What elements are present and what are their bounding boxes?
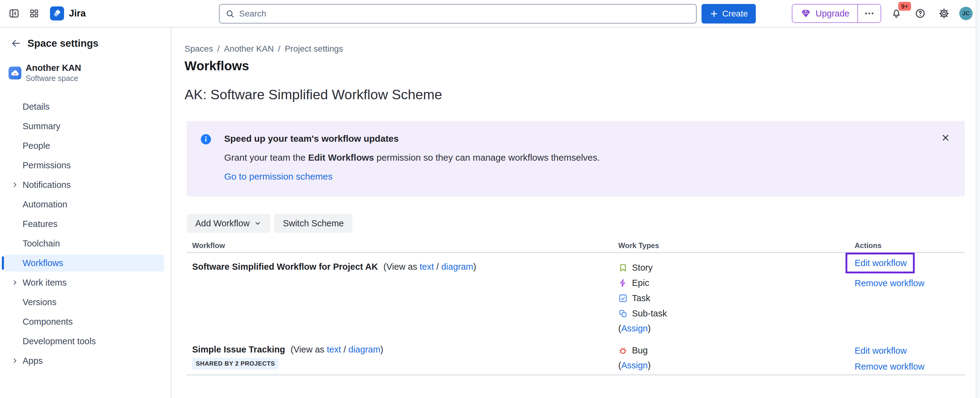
subtask-icon	[618, 309, 628, 318]
annotation-highlight: Edit workflow	[845, 253, 915, 273]
project-header: Another KAN Software space	[0, 63, 171, 83]
sidebar-item-label: Permissions	[22, 160, 71, 171]
work-type-label: Sub-task	[632, 308, 667, 318]
sidebar-item-versions[interactable]: Versions	[4, 294, 164, 311]
sidebar-item-label: Development tools	[22, 336, 96, 346]
view-as: (View as text / diagram)	[383, 262, 476, 272]
sidebar-item-label: People	[22, 141, 50, 151]
task-icon	[618, 294, 628, 303]
edit-workflow-link[interactable]: Edit workflow	[854, 257, 907, 269]
remove-workflow-link[interactable]: Remove workflow	[854, 277, 924, 290]
sidebar-item-permissions[interactable]: Permissions	[4, 157, 164, 174]
sidebar-item-apps[interactable]: Apps	[4, 352, 164, 369]
sidebar-item-notifications[interactable]: Notifications	[4, 176, 164, 193]
global-search[interactable]	[219, 4, 697, 24]
create-button[interactable]: Create	[702, 4, 756, 24]
page-title: Workflows	[185, 59, 965, 73]
banner-title: Speed up your team's workflow updates	[224, 133, 928, 144]
sidebar-collapse-button[interactable]	[5, 5, 22, 22]
sidebar-item-details[interactable]: Details	[4, 98, 164, 115]
sidebar-item-label: Work items	[22, 278, 67, 288]
app-switcher-button[interactable]	[25, 5, 43, 22]
edit-workflow-link[interactable]: Edit workflow	[854, 343, 907, 359]
upgrade-more-button[interactable]	[858, 5, 881, 22]
breadcrumb-spaces[interactable]: Spaces	[185, 44, 213, 54]
shared-badge: SHARED BY 2 PROJECTS	[192, 358, 278, 369]
sidebar-item-label: Versions	[22, 297, 56, 307]
selected-indicator	[2, 256, 4, 270]
view-as-text-link[interactable]: text	[420, 262, 434, 272]
sidebar-item-label: Workflows	[22, 258, 63, 268]
gem-icon	[800, 8, 811, 19]
remove-workflow-link[interactable]: Remove workflow	[854, 359, 924, 374]
search-input[interactable]	[239, 9, 690, 19]
chevron-right-icon	[11, 278, 19, 286]
info-banner: Speed up your team's workflow updates Gr…	[187, 121, 965, 197]
upgrade-button[interactable]: Upgrade	[792, 5, 858, 22]
sidebar-item-toolchain[interactable]: Toolchain	[4, 235, 164, 252]
work-type-label: Bug	[632, 345, 648, 356]
table-bottom-divider	[187, 374, 965, 376]
sidebar-item-work-items[interactable]: Work items	[4, 274, 164, 291]
vertical-scrollbar[interactable]	[976, 0, 980, 398]
ellipsis-icon	[864, 8, 875, 19]
sidebar-nav: DetailsSummaryPeoplePermissionsNotificat…	[0, 98, 171, 369]
breadcrumb-project[interactable]: Another KAN	[224, 44, 274, 54]
workflow-name: Simple Issue Tracking	[192, 345, 285, 355]
help-button[interactable]	[912, 5, 929, 22]
top-navigation-bar: Jira Create Upgrade	[0, 0, 980, 27]
sidebar-item-label: Details	[22, 102, 50, 112]
sidebar-item-components[interactable]: Components	[4, 313, 164, 330]
sidebar-item-workflows[interactable]: Workflows	[4, 254, 164, 272]
workflow-row-2: Simple Issue Tracking(View as text / dia…	[187, 336, 965, 374]
sidebar-item-features[interactable]: Features	[4, 215, 164, 232]
work-type-task: Task	[618, 291, 854, 306]
workflow-toolbar: Add Workflow Switch Scheme	[187, 214, 965, 233]
back-button[interactable]	[9, 37, 22, 50]
view-as-diagram-link[interactable]: diagram	[441, 262, 473, 272]
view-as-text-link[interactable]: text	[327, 345, 341, 354]
breadcrumb-project-settings[interactable]: Project settings	[285, 44, 343, 54]
sidebar-item-label: Summary	[22, 121, 60, 131]
sidebar-item-automation[interactable]: Automation	[4, 196, 164, 213]
close-icon	[941, 133, 950, 143]
assign-link[interactable]: Assign	[621, 323, 648, 334]
view-as-diagram-link[interactable]: diagram	[348, 345, 380, 354]
sidebar-item-people[interactable]: People	[4, 137, 164, 154]
sidebar-item-summary[interactable]: Summary	[4, 118, 164, 135]
breadcrumb-separator: /	[217, 44, 220, 54]
actions-cell: Edit workflowRemove workflow	[854, 336, 965, 374]
column-header-work-types: Work Types	[618, 241, 854, 250]
sidebar-item-label: Notifications	[22, 180, 71, 190]
work-types-cell: Bug(Assign)	[618, 336, 854, 374]
switch-scheme-button[interactable]: Switch Scheme	[274, 214, 352, 233]
chevron-down-icon	[254, 219, 262, 227]
epic-icon	[618, 278, 628, 288]
work-type-bug: Bug	[618, 343, 854, 358]
sidebar-item-development-tools[interactable]: Development tools	[4, 332, 164, 350]
sidebar-title: Space settings	[27, 38, 99, 49]
upgrade-button-group: Upgrade	[792, 4, 881, 23]
actions-cell: Edit workflowRemove workflow	[854, 253, 965, 336]
banner-close-button[interactable]	[940, 132, 951, 144]
main-content: Spaces / Another KAN / Project settings …	[172, 27, 976, 398]
space-settings-sidebar: Space settings Another KAN Software spac…	[0, 27, 172, 398]
user-avatar[interactable]: JC	[959, 7, 973, 20]
work-type-epic: Epic	[618, 275, 854, 291]
table-header: Workflow Work Types Actions	[187, 239, 965, 252]
assign-link[interactable]: Assign	[621, 360, 648, 371]
sidebar-item-label: Automation	[22, 200, 67, 209]
sidebar-item-label: Apps	[22, 356, 43, 366]
settings-button[interactable]	[935, 5, 953, 22]
search-icon	[225, 9, 235, 19]
work-type-label: Task	[632, 293, 650, 303]
workflow-name: Software Simplified Workflow for Project…	[192, 262, 378, 272]
add-workflow-button[interactable]: Add Workflow	[187, 214, 270, 233]
assign-line: (Assign)	[618, 321, 854, 336]
work-type-sub-task: Sub-task	[618, 306, 854, 321]
sidebar-collapse-icon	[8, 8, 19, 19]
jira-logo[interactable]	[50, 6, 64, 21]
workflow-cell: Software Simplified Workflow for Project…	[187, 253, 618, 336]
story-icon	[618, 263, 628, 272]
permission-schemes-link[interactable]: Go to permission schemes	[224, 171, 332, 182]
